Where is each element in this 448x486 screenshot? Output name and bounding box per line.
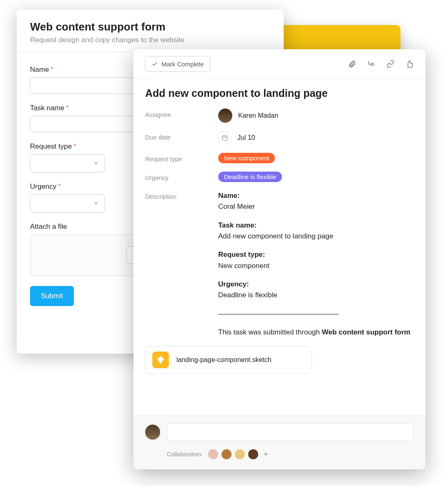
desc-urg-value: Deadline is flexible <box>218 291 277 299</box>
collaborator-avatar[interactable] <box>234 448 246 460</box>
assignee-label: Assignee <box>145 109 218 118</box>
urgency-meta-label: Urgency <box>145 172 218 181</box>
svg-rect-0 <box>371 63 374 65</box>
attachment-card[interactable]: landing-page-component.sketch <box>145 346 312 374</box>
form-title: Web content support form <box>30 20 270 33</box>
toolbar-icons <box>348 60 414 68</box>
urgency-select[interactable] <box>30 194 105 213</box>
required-indicator: * <box>50 66 53 73</box>
task-detail-card: Mark Complete Add new component to landi… <box>133 49 425 469</box>
task-body: Add new component to landing page Assign… <box>133 79 425 415</box>
required-indicator: * <box>58 182 61 190</box>
request-type-select[interactable] <box>30 154 105 172</box>
mark-complete-label: Mark Complete <box>161 61 204 68</box>
collaborator-avatar[interactable] <box>207 448 219 460</box>
desc-req-value: New component <box>218 262 269 270</box>
description-label: Description <box>145 190 218 200</box>
assignee-name: Karen Madan <box>238 112 278 119</box>
desc-task-value: Add new component to landing page <box>218 232 333 240</box>
link-icon[interactable] <box>386 60 395 68</box>
attachment-filename: landing-page-component.sketch <box>176 356 272 364</box>
due-date-label: Due date <box>145 131 218 141</box>
calendar-icon <box>218 131 232 144</box>
collaborators-label: Collaborators <box>167 451 201 458</box>
mark-complete-button[interactable]: Mark Complete <box>145 56 210 72</box>
description-content: Name: Coral Meier Task name: Add new com… <box>218 190 410 338</box>
due-date-text: Jul 10 <box>237 134 255 142</box>
collaborator-avatar[interactable] <box>221 448 232 460</box>
request-type-pill[interactable]: New component <box>218 153 275 163</box>
collaborator-avatars: + <box>207 448 271 460</box>
task-title: Add new component to landing page <box>145 87 414 99</box>
sketch-file-icon <box>152 352 169 368</box>
add-collaborator-button[interactable]: + <box>261 449 271 459</box>
desc-task-heading: Task name: <box>218 221 257 229</box>
urgency-pill[interactable]: Deadline is flexible <box>218 172 282 182</box>
submit-button[interactable]: Submit <box>30 286 74 306</box>
chevron-down-icon <box>93 200 99 206</box>
form-header: Web content support form Request design … <box>17 10 284 52</box>
check-icon <box>151 61 158 67</box>
desc-footer-form: Web content support form <box>322 328 410 336</box>
assignee-value[interactable]: Karen Madan <box>218 109 414 123</box>
form-subtitle: Request design and copy changes to the w… <box>30 36 270 44</box>
attachment-icon[interactable] <box>348 60 356 68</box>
desc-name-heading: Name: <box>218 192 240 200</box>
desc-req-heading: Request type: <box>218 251 265 258</box>
subtask-icon[interactable] <box>367 60 375 68</box>
desc-name-value: Coral Meier <box>218 202 255 210</box>
comment-input[interactable] <box>167 423 414 441</box>
desc-divider: ————————————————— <box>218 309 410 319</box>
due-date-value[interactable]: Jul 10 <box>218 131 414 144</box>
collaborator-avatar[interactable] <box>247 448 259 460</box>
request-type-label: Request type <box>145 153 218 162</box>
desc-footer-text: This task was submitted through <box>218 328 322 336</box>
assignee-avatar <box>218 109 232 123</box>
desc-urg-heading: Urgency: <box>218 280 249 288</box>
required-indicator: * <box>66 104 69 112</box>
task-header: Mark Complete <box>133 49 425 79</box>
required-indicator: * <box>73 142 76 150</box>
chevron-down-icon <box>93 160 99 166</box>
task-footer: Collaborators + <box>133 415 425 469</box>
like-icon[interactable] <box>405 60 414 68</box>
svg-rect-1 <box>222 136 227 140</box>
current-user-avatar <box>145 425 160 440</box>
